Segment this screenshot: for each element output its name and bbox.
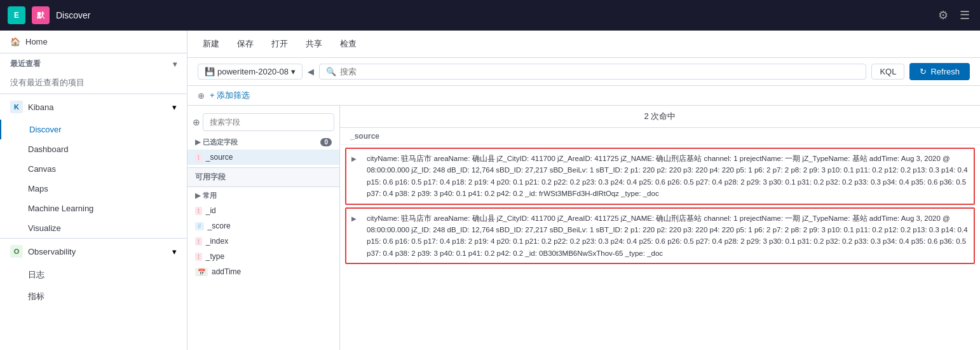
- save-button[interactable]: 保存: [232, 36, 259, 52]
- sidebar-item-home[interactable]: 🏠 Home: [0, 31, 187, 53]
- toolbar: 新建 保存 打开 共享 检查: [187, 31, 980, 58]
- sidebar-item-maps[interactable]: Maps: [0, 179, 187, 199]
- open-button[interactable]: 打开: [266, 36, 293, 52]
- split-content: ⊕ ▶ 已选定字段 0 t _source 可用字段 ▶ 常用: [187, 106, 980, 350]
- results-list: ▶ cityName: 驻马店市 areaName: 确山县 jZ_CityID…: [340, 145, 980, 350]
- field-item-addtime[interactable]: 📅 addTime: [187, 264, 339, 279]
- field-item-id[interactable]: t _id: [187, 203, 339, 218]
- sidebar: 🏠 Home 最近查看 ▾ 没有最近查看的项目 K Kibana ▾ Disco…: [0, 31, 187, 350]
- search-input-wrap: 🔍: [319, 64, 866, 80]
- kibana-group: K Kibana ▾ Discover Dashboard Canvas Map…: [0, 94, 187, 238]
- filter-icon: ⊕: [198, 91, 205, 101]
- result-expand-2[interactable]: ▶: [346, 209, 362, 263]
- field-search-input[interactable]: [203, 113, 334, 131]
- plus-circle-icon: ⊕: [193, 117, 200, 127]
- sidebar-item-machine-learning[interactable]: Machine Learning: [0, 199, 187, 218]
- field-item-type[interactable]: t _type: [187, 249, 339, 264]
- no-recent-label: 没有最近查看的项目: [0, 72, 187, 94]
- search-icon: 🔍: [326, 67, 336, 76]
- expand-chevron-icon: ▶: [351, 215, 357, 222]
- table-row: ▶ cityName: 驻马店市 areaName: 确山县 jZ_CityID…: [345, 148, 975, 205]
- already-selected-section[interactable]: ▶ 已选定字段 0: [187, 134, 339, 150]
- chevron-down-icon: ▾: [173, 60, 177, 69]
- inspect-button[interactable]: 检查: [335, 36, 362, 52]
- index-label: poweritem-2020-08: [217, 67, 289, 76]
- home-icon: 🏠: [10, 37, 20, 46]
- refresh-button[interactable]: ↻ Refresh: [909, 63, 970, 80]
- observability-group-title: Observability: [28, 247, 76, 256]
- recent-section: 最近查看 ▾ 没有最近查看的项目: [0, 53, 187, 94]
- field-panel: ⊕ ▶ 已选定字段 0 t _source 可用字段 ▶ 常用: [187, 106, 340, 350]
- sidebar-item-visualize[interactable]: Visualize: [0, 218, 187, 238]
- table-row: ▶ cityName: 驻马店市 areaName: 确山县 jZ_CityID…: [345, 207, 975, 265]
- share-button[interactable]: 共享: [301, 36, 327, 52]
- kibana-chevron-icon: ▾: [172, 102, 177, 112]
- result-expand-1[interactable]: ▶: [346, 149, 362, 204]
- common-fields-section[interactable]: ▶ 常用: [187, 187, 339, 203]
- app-title: Discover: [56, 10, 90, 20]
- user-menu-icon[interactable]: ☰: [957, 6, 972, 25]
- kibana-icon: K: [10, 101, 23, 113]
- add-filter-button[interactable]: + 添加筛选: [210, 90, 250, 101]
- chevron-right-icon: ▶: [195, 138, 200, 146]
- search-bar: 💾 poweritem-2020-08 ▾ ◀ 🔍 KQL ↻ Refresh: [187, 58, 980, 86]
- index-chevron-icon: ▾: [291, 67, 296, 76]
- obs-chevron-icon: ▾: [172, 247, 177, 256]
- kql-button[interactable]: KQL: [871, 64, 904, 80]
- kibana-group-title: Kibana: [28, 102, 53, 112]
- main-content: 新建 保存 打开 共享 检查 💾 poweritem-2020-08 ▾ ◀ 🔍…: [187, 31, 980, 350]
- main-layout: 🏠 Home 最近查看 ▾ 没有最近查看的项目 K Kibana ▾ Disco…: [0, 31, 980, 350]
- sidebar-item-metrics[interactable]: 指标: [0, 286, 187, 307]
- topbar: E 默 Discover ⚙ ☰: [0, 0, 980, 31]
- observability-icon: O: [10, 245, 23, 258]
- results-source-label: _source: [340, 128, 980, 145]
- results-area: 2 次命中 _source ▶ cityName: 驻马店市 areaName:…: [340, 106, 980, 350]
- save-icon: 💾: [205, 67, 215, 76]
- recent-section-header[interactable]: 最近查看 ▾: [0, 53, 187, 72]
- collapse-icon[interactable]: ◀: [308, 67, 314, 76]
- settings-icon[interactable]: ⚙: [936, 6, 951, 25]
- field-item-index[interactable]: t _index: [187, 234, 339, 249]
- available-fields-section: 可用字段: [187, 167, 339, 187]
- sidebar-item-dashboard[interactable]: Dashboard: [0, 139, 187, 159]
- expand-chevron-icon: ▶: [351, 155, 357, 162]
- sidebar-item-discover[interactable]: Discover: [0, 120, 187, 139]
- result-content-1: cityName: 驻马店市 areaName: 确山县 jZ_CityID: …: [362, 149, 974, 204]
- sidebar-item-canvas[interactable]: Canvas: [0, 159, 187, 179]
- common-chevron-icon: ▶: [195, 192, 200, 200]
- observability-group-header[interactable]: O Observability ▾: [0, 239, 187, 264]
- filter-bar: ⊕ + 添加筛选: [187, 86, 980, 106]
- app-icon: 默: [32, 6, 50, 24]
- sidebar-item-logs[interactable]: 日志: [0, 264, 187, 286]
- index-selector[interactable]: 💾 poweritem-2020-08 ▾: [198, 64, 303, 80]
- kibana-group-header[interactable]: K Kibana ▾: [0, 94, 187, 120]
- field-item-source[interactable]: t _source: [187, 150, 339, 165]
- elastic-logo[interactable]: E: [8, 6, 25, 24]
- refresh-icon: ↻: [920, 67, 927, 76]
- new-button[interactable]: 新建: [198, 36, 224, 52]
- observability-group: O Observability ▾ 日志 指标: [0, 238, 187, 307]
- search-input[interactable]: [340, 67, 859, 76]
- field-item-score[interactable]: # _score: [187, 218, 339, 234]
- results-hit-count: 2 次命中: [340, 106, 980, 128]
- result-content-2: cityName: 驻马店市 areaName: 确山县 jZ_CityID: …: [362, 209, 974, 263]
